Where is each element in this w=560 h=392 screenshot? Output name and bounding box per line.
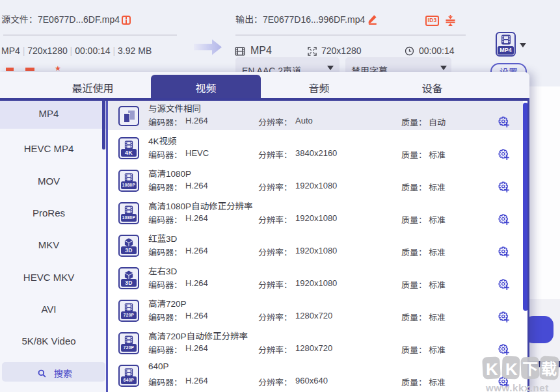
- svg-text:K: K: [505, 359, 518, 379]
- svg-text:K: K: [486, 359, 498, 379]
- svg-text:下: 下: [522, 360, 538, 378]
- svg-text:载: 载: [541, 360, 557, 378]
